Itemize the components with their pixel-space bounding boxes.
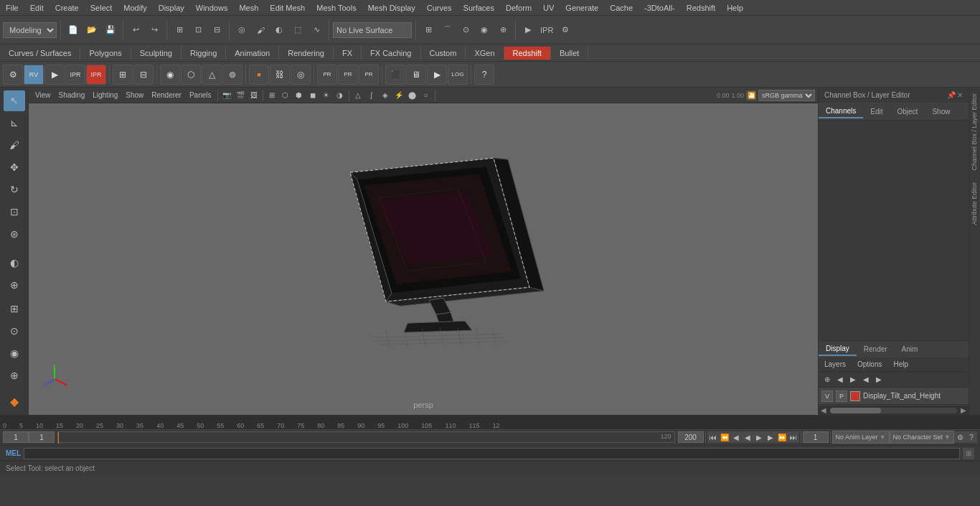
snap-surface-left-btn[interactable]: ◉: [4, 342, 25, 363]
show-menu[interactable]: Show: [122, 90, 147, 100]
tab-curves-surfaces[interactable]: Curves / Surfaces: [0, 47, 80, 60]
menu-display[interactable]: Display: [153, 2, 190, 14]
tab-polygons[interactable]: Polygons: [80, 47, 131, 60]
save-scene-btn[interactable]: 💾: [102, 19, 119, 41]
deform-btn[interactable]: ∿: [308, 19, 325, 41]
lasso-select-btn[interactable]: ⊾: [4, 113, 25, 133]
edit-tab[interactable]: Edit: [863, 106, 890, 118]
channels-tab[interactable]: Channels: [819, 105, 863, 118]
tab-animation[interactable]: Animation: [226, 47, 279, 60]
lighting-menu[interactable]: Lighting: [89, 90, 121, 100]
sphere-icon-btn[interactable]: ◉: [160, 65, 180, 85]
video-btn[interactable]: ▶: [44, 65, 65, 85]
tab-custom[interactable]: Custom: [421, 47, 466, 60]
scroll-thumb[interactable]: [830, 408, 881, 413]
tab-sculpting[interactable]: Sculpting: [131, 47, 182, 60]
scroll-left-btn[interactable]: ◀: [819, 406, 829, 416]
snap-live-left-btn[interactable]: ⊕: [4, 365, 25, 385]
step-back-btn[interactable]: ⏪: [719, 431, 730, 443]
char-set-help-btn[interactable]: ?: [966, 431, 977, 443]
workspace-selector[interactable]: Modeling: [3, 22, 57, 38]
textured-icon[interactable]: ◼: [306, 89, 319, 102]
render-settings-btn[interactable]: ⚙: [557, 19, 574, 41]
rv-btn[interactable]: RV: [24, 65, 44, 85]
tab-rendering[interactable]: Rendering: [279, 47, 334, 60]
menu-select[interactable]: Select: [85, 2, 118, 14]
renderer-menu[interactable]: Renderer: [148, 90, 185, 100]
paint-tool-btn[interactable]: 🖌: [4, 135, 25, 156]
ipr-icon-btn[interactable]: IPR: [65, 65, 85, 85]
torus-icon-btn[interactable]: ⊚: [222, 65, 242, 85]
open-scene-btn[interactable]: 📂: [83, 19, 100, 41]
paint-select-btn[interactable]: 🖌: [252, 19, 269, 41]
right-panel-scrollbar[interactable]: ◀ ▶: [819, 405, 969, 415]
cone-icon-btn[interactable]: △: [202, 65, 222, 85]
menu-windows[interactable]: Windows: [190, 2, 234, 14]
timeline-scrubber[interactable]: 120: [57, 431, 675, 443]
rp-close-btn[interactable]: ✕: [957, 91, 963, 99]
anim-tab[interactable]: Anim: [895, 343, 925, 355]
select-component-btn[interactable]: ⊟: [208, 19, 225, 41]
rs-icon-btn[interactable]: ◆: [4, 391, 25, 412]
object-tab[interactable]: Object: [890, 106, 925, 118]
skip-to-end-btn[interactable]: ⏭: [788, 431, 799, 443]
prev-key-btn[interactable]: ◀: [730, 431, 742, 443]
rs-batch-btn[interactable]: 🖥: [406, 65, 426, 85]
tab-bullet[interactable]: Bullet: [551, 47, 589, 60]
rs-render-btn[interactable]: ⬛: [385, 65, 405, 85]
layer-arrow-right-btn[interactable]: ▶: [847, 374, 859, 385]
rotate-tool-btn[interactable]: ↻: [4, 179, 25, 200]
select-tool-btn[interactable]: ↖: [4, 90, 25, 111]
pr-btn2[interactable]: PR: [338, 65, 358, 85]
panels-menu[interactable]: Panels: [186, 90, 215, 100]
current-frame-field[interactable]: [29, 431, 55, 443]
marquee-select-btn[interactable]: ⬚: [289, 19, 306, 41]
menu-create[interactable]: Create: [50, 2, 85, 14]
tab-xgen[interactable]: XGen: [466, 47, 504, 60]
pr-btn1[interactable]: PR: [317, 65, 337, 85]
render-preview-btn[interactable]: ▶: [519, 19, 537, 41]
move-tool-btn[interactable]: ✥: [4, 157, 25, 178]
tab-redshift[interactable]: Redshift: [504, 47, 551, 60]
no-live-surface-field[interactable]: [333, 22, 412, 38]
menu-modify[interactable]: Modify: [118, 2, 152, 14]
options-menu[interactable]: Options: [852, 359, 887, 370]
select-by-hierarchy-btn[interactable]: ⊞: [171, 19, 188, 41]
rp-pin-btn[interactable]: 📌: [947, 91, 956, 99]
help-btn[interactable]: ?: [474, 65, 494, 85]
snap-point-left-btn[interactable]: ⊙: [4, 321, 25, 342]
shadow-icon[interactable]: ◑: [334, 89, 347, 102]
play-fwd-btn[interactable]: ▶: [753, 431, 765, 443]
play-back-btn[interactable]: ◀: [742, 431, 753, 443]
menu-generate[interactable]: Generate: [560, 2, 604, 14]
snap-view-btn[interactable]: ⊕: [494, 19, 512, 41]
menu-help[interactable]: Help: [721, 2, 749, 14]
ik-icon[interactable]: ⬤: [406, 89, 419, 102]
display-tab[interactable]: Display: [819, 342, 857, 356]
layer-visibility-btn[interactable]: V: [821, 390, 833, 402]
tab-fx[interactable]: FX: [334, 47, 362, 60]
new-scene-btn[interactable]: 📄: [65, 19, 82, 41]
menu-3dtoall[interactable]: -3DtoAll-: [639, 2, 681, 14]
polygon-icon[interactable]: △: [352, 89, 364, 102]
menu-mesh[interactable]: Mesh: [233, 2, 264, 14]
show-manip-btn[interactable]: ⊕: [4, 275, 25, 296]
universal-tool-btn[interactable]: ⊛: [4, 223, 25, 244]
menu-edit[interactable]: Edit: [24, 2, 50, 14]
wireframe-icon[interactable]: ⬡: [279, 89, 292, 102]
grid-icon-btn[interactable]: ⊞: [113, 65, 133, 85]
layers-menu[interactable]: Layers: [819, 359, 852, 370]
next-key-btn[interactable]: ▶: [765, 431, 776, 443]
mel-input[interactable]: [24, 448, 960, 459]
layer-new-btn[interactable]: ⊕: [821, 374, 833, 385]
rs-cube-btn[interactable]: ■: [249, 65, 269, 85]
camera-gamma-icon[interactable]: 🎦: [746, 90, 756, 100]
layer-p-btn[interactable]: P: [836, 390, 847, 402]
snap-grid-btn[interactable]: ⊞: [420, 19, 437, 41]
menu-uv[interactable]: UV: [537, 2, 560, 14]
menu-redshift[interactable]: Redshift: [681, 2, 721, 14]
layer-row[interactable]: V P Display_Tilt_and_Height: [819, 388, 969, 405]
menu-curves[interactable]: Curves: [421, 2, 458, 14]
tab-rigging[interactable]: Rigging: [182, 47, 226, 60]
film-icon[interactable]: 🎬: [234, 89, 247, 102]
